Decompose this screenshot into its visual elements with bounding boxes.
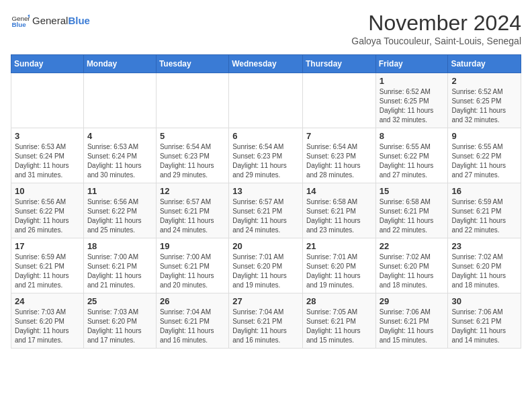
day-info: Sunrise: 6:58 AM Sunset: 6:21 PM Dayligh… <box>380 197 445 235</box>
day-info: Sunrise: 7:01 AM Sunset: 6:20 PM Dayligh… <box>232 253 299 290</box>
day-number: 2 <box>451 76 517 86</box>
calendar-cell <box>229 73 303 128</box>
day-number: 23 <box>451 241 517 251</box>
day-info: Sunrise: 7:06 AM Sunset: 6:21 PM Dayligh… <box>380 308 445 345</box>
day-info: Sunrise: 7:02 AM Sunset: 6:20 PM Dayligh… <box>380 253 445 290</box>
calendar-cell: 8Sunrise: 6:55 AM Sunset: 6:22 PM Daylig… <box>375 128 448 183</box>
day-info: Sunrise: 7:04 AM Sunset: 6:21 PM Dayligh… <box>160 308 225 345</box>
day-number: 18 <box>87 241 152 251</box>
day-number: 17 <box>15 241 80 251</box>
week-row-5: 24Sunrise: 7:03 AM Sunset: 6:20 PM Dayli… <box>11 293 521 349</box>
day-info: Sunrise: 6:53 AM Sunset: 6:24 PM Dayligh… <box>87 142 152 180</box>
calendar-cell: 10Sunrise: 6:56 AM Sunset: 6:22 PM Dayli… <box>11 183 84 238</box>
day-number: 7 <box>306 131 372 141</box>
calendar-cell: 24Sunrise: 7:03 AM Sunset: 6:20 PM Dayli… <box>11 293 84 349</box>
day-info: Sunrise: 6:58 AM Sunset: 6:21 PM Dayligh… <box>306 197 372 235</box>
calendar-cell: 3Sunrise: 6:53 AM Sunset: 6:24 PM Daylig… <box>11 128 84 183</box>
day-number: 14 <box>306 186 372 196</box>
day-header-wednesday: Wednesday <box>229 55 303 73</box>
day-header-tuesday: Tuesday <box>156 55 228 73</box>
calendar-cell <box>83 73 156 128</box>
day-header-monday: Monday <box>83 55 156 73</box>
calendar-cell: 20Sunrise: 7:01 AM Sunset: 6:20 PM Dayli… <box>229 238 303 293</box>
day-number: 5 <box>160 131 225 141</box>
calendar-cell <box>302 73 375 128</box>
day-number: 26 <box>160 296 225 306</box>
day-number: 15 <box>380 186 445 196</box>
day-info: Sunrise: 6:56 AM Sunset: 6:22 PM Dayligh… <box>15 197 80 235</box>
day-number: 1 <box>380 76 445 86</box>
calendar-cell: 19Sunrise: 7:00 AM Sunset: 6:21 PM Dayli… <box>156 238 228 293</box>
day-info: Sunrise: 7:00 AM Sunset: 6:21 PM Dayligh… <box>87 253 152 290</box>
day-number: 22 <box>380 241 445 251</box>
day-info: Sunrise: 6:55 AM Sunset: 6:22 PM Dayligh… <box>380 142 445 180</box>
calendar-cell: 2Sunrise: 6:52 AM Sunset: 6:25 PM Daylig… <box>448 73 521 128</box>
day-number: 6 <box>232 131 299 141</box>
calendar-cell <box>156 73 228 128</box>
day-info: Sunrise: 6:54 AM Sunset: 6:23 PM Dayligh… <box>160 142 225 180</box>
day-info: Sunrise: 7:06 AM Sunset: 6:21 PM Dayligh… <box>451 308 517 345</box>
calendar-cell: 12Sunrise: 6:57 AM Sunset: 6:21 PM Dayli… <box>156 183 228 238</box>
day-header-sunday: Sunday <box>11 55 84 73</box>
calendar-cell: 27Sunrise: 7:04 AM Sunset: 6:21 PM Dayli… <box>229 293 303 349</box>
calendar-cell: 18Sunrise: 7:00 AM Sunset: 6:21 PM Dayli… <box>83 238 156 293</box>
calendar-cell: 16Sunrise: 6:59 AM Sunset: 6:21 PM Dayli… <box>448 183 521 238</box>
week-row-3: 10Sunrise: 6:56 AM Sunset: 6:22 PM Dayli… <box>11 183 521 238</box>
day-info: Sunrise: 6:56 AM Sunset: 6:22 PM Dayligh… <box>87 197 152 235</box>
day-info: Sunrise: 7:04 AM Sunset: 6:21 PM Dayligh… <box>232 308 299 345</box>
days-header-row: SundayMondayTuesdayWednesdayThursdayFrid… <box>11 55 521 73</box>
day-info: Sunrise: 6:55 AM Sunset: 6:22 PM Dayligh… <box>451 142 517 180</box>
day-number: 29 <box>380 296 445 306</box>
calendar-cell: 17Sunrise: 6:59 AM Sunset: 6:21 PM Dayli… <box>11 238 84 293</box>
svg-text:Blue: Blue <box>11 21 26 28</box>
day-number: 30 <box>451 296 517 306</box>
day-header-thursday: Thursday <box>302 55 375 73</box>
location-subtitle: Galoya Toucouleur, Saint-Louis, Senegal <box>351 36 521 46</box>
calendar-cell: 30Sunrise: 7:06 AM Sunset: 6:21 PM Dayli… <box>448 293 521 349</box>
calendar-cell: 29Sunrise: 7:06 AM Sunset: 6:21 PM Dayli… <box>375 293 448 349</box>
day-number: 4 <box>87 131 152 141</box>
day-info: Sunrise: 6:52 AM Sunset: 6:25 PM Dayligh… <box>380 87 445 125</box>
calendar-cell: 5Sunrise: 6:54 AM Sunset: 6:23 PM Daylig… <box>156 128 228 183</box>
day-info: Sunrise: 7:02 AM Sunset: 6:20 PM Dayligh… <box>451 253 517 290</box>
day-number: 21 <box>306 241 372 251</box>
day-number: 12 <box>160 186 225 196</box>
day-number: 8 <box>380 131 445 141</box>
day-number: 19 <box>160 241 225 251</box>
day-number: 27 <box>232 296 299 306</box>
day-info: Sunrise: 6:54 AM Sunset: 6:23 PM Dayligh… <box>306 142 372 180</box>
week-row-4: 17Sunrise: 6:59 AM Sunset: 6:21 PM Dayli… <box>11 238 521 293</box>
calendar-cell: 1Sunrise: 6:52 AM Sunset: 6:25 PM Daylig… <box>375 73 448 128</box>
calendar-cell <box>11 73 84 128</box>
calendar-cell: 23Sunrise: 7:02 AM Sunset: 6:20 PM Dayli… <box>448 238 521 293</box>
calendar-cell: 15Sunrise: 6:58 AM Sunset: 6:21 PM Dayli… <box>375 183 448 238</box>
day-number: 28 <box>306 296 372 306</box>
week-row-1: 1Sunrise: 6:52 AM Sunset: 6:25 PM Daylig… <box>11 73 521 128</box>
day-header-saturday: Saturday <box>448 55 521 73</box>
day-number: 11 <box>87 186 152 196</box>
calendar-cell: 7Sunrise: 6:54 AM Sunset: 6:23 PM Daylig… <box>302 128 375 183</box>
day-info: Sunrise: 7:05 AM Sunset: 6:21 PM Dayligh… <box>306 308 372 345</box>
day-number: 25 <box>87 296 152 306</box>
calendar-cell: 9Sunrise: 6:55 AM Sunset: 6:22 PM Daylig… <box>448 128 521 183</box>
logo: General Blue General Blue <box>11 11 90 30</box>
day-info: Sunrise: 7:01 AM Sunset: 6:20 PM Dayligh… <box>306 253 372 290</box>
day-info: Sunrise: 7:03 AM Sunset: 6:20 PM Dayligh… <box>87 308 152 345</box>
day-info: Sunrise: 6:54 AM Sunset: 6:23 PM Dayligh… <box>232 142 299 180</box>
day-number: 16 <box>451 186 517 196</box>
calendar-cell: 4Sunrise: 6:53 AM Sunset: 6:24 PM Daylig… <box>83 128 156 183</box>
day-number: 3 <box>15 131 80 141</box>
week-row-2: 3Sunrise: 6:53 AM Sunset: 6:24 PM Daylig… <box>11 128 521 183</box>
month-title: November 2024 <box>351 11 521 36</box>
day-number: 13 <box>232 186 299 196</box>
calendar-cell: 14Sunrise: 6:58 AM Sunset: 6:21 PM Dayli… <box>302 183 375 238</box>
logo-blue-text: Blue <box>68 15 90 26</box>
calendar-cell: 22Sunrise: 7:02 AM Sunset: 6:20 PM Dayli… <box>375 238 448 293</box>
calendar-cell: 6Sunrise: 6:54 AM Sunset: 6:23 PM Daylig… <box>229 128 303 183</box>
day-number: 24 <box>15 296 80 306</box>
day-info: Sunrise: 6:52 AM Sunset: 6:25 PM Dayligh… <box>451 87 517 125</box>
calendar-cell: 11Sunrise: 6:56 AM Sunset: 6:22 PM Dayli… <box>83 183 156 238</box>
day-info: Sunrise: 7:00 AM Sunset: 6:21 PM Dayligh… <box>160 253 225 290</box>
day-number: 9 <box>451 131 517 141</box>
day-info: Sunrise: 6:57 AM Sunset: 6:21 PM Dayligh… <box>160 197 225 235</box>
